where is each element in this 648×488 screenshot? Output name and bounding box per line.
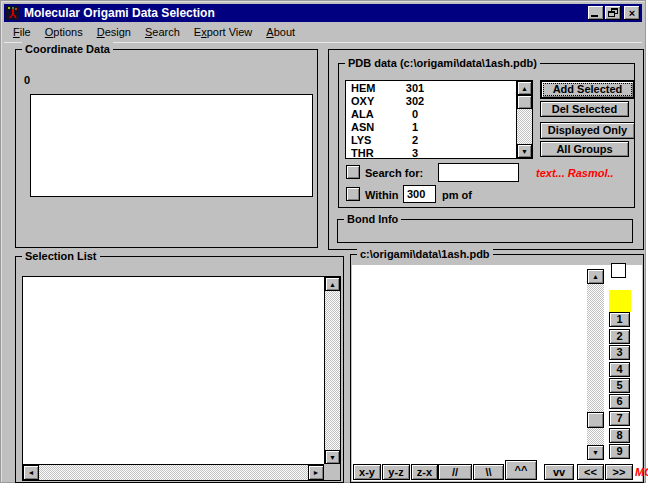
pdb-list-item[interactable]: OXY302 — [346, 95, 515, 108]
arrow-down-icon: ▼ — [329, 454, 336, 461]
canvas-v-scrollbar[interactable]: ▲ ▼ — [587, 269, 604, 460]
pdb-list[interactable]: HEM301 OXY302 ALA0 ASN1 LYS2 THR3 ▲ ▼ — [345, 80, 533, 159]
pdb-list-item[interactable]: ASN1 — [346, 121, 515, 134]
within-label: Within — [365, 189, 399, 202]
rotate-cw-button[interactable]: // — [438, 464, 472, 480]
pan-left-button[interactable]: << — [577, 464, 604, 480]
arrow-up-icon: ▲ — [592, 273, 599, 280]
within-suffix-label: pm of — [442, 189, 472, 202]
scroll-down-button[interactable]: ▼ — [587, 445, 604, 460]
coordinate-count: 0 — [24, 74, 30, 87]
pdb-list-item[interactable]: ALA0 — [346, 108, 515, 121]
scroll-down-button[interactable]: ▼ — [325, 450, 340, 464]
group-button-4[interactable]: 4 — [609, 362, 630, 377]
scrollbar-thumb[interactable] — [587, 412, 604, 428]
molecule-view-group: c:\origami\data\1ash.pdb ▲ ▼ 1 2 3 4 5 6… — [350, 254, 644, 483]
menu-file[interactable]: File — [6, 24, 38, 40]
display-checkbox[interactable] — [611, 263, 626, 278]
pan-up-button[interactable]: ^^ — [505, 460, 537, 480]
group-button-7[interactable]: 7 — [609, 411, 630, 426]
coordinate-data-group: Coordinate Data 0 — [15, 49, 318, 248]
pdb-list-item[interactable]: HEM301 — [346, 82, 515, 95]
scroll-left-button[interactable]: ◄ — [23, 465, 39, 480]
group-button-8[interactable]: 8 — [609, 428, 630, 443]
all-groups-button[interactable]: All Groups — [540, 141, 629, 157]
scroll-up-button[interactable]: ▲ — [325, 277, 340, 291]
group-button-9[interactable]: 9 — [609, 444, 630, 459]
within-checkbox[interactable] — [346, 187, 360, 201]
view-zx-button[interactable]: z-x — [411, 464, 438, 480]
text-rasmol-links[interactable]: text... Rasmol.. — [536, 167, 614, 179]
scroll-right-button[interactable]: ► — [308, 465, 324, 480]
coordinate-data-list[interactable] — [30, 94, 313, 197]
group-button-1[interactable]: 1 — [609, 312, 630, 327]
mo-link[interactable]: MO... — [635, 466, 648, 478]
group-button-2[interactable]: 2 — [609, 329, 630, 344]
search-input[interactable] — [438, 163, 519, 182]
pdb-list-scrollbar[interactable]: ▲ ▼ — [516, 81, 532, 158]
view-xy-button[interactable]: x-y — [353, 464, 381, 480]
rotate-ccw-button[interactable]: \\ — [473, 464, 504, 480]
menu-export-view[interactable]: Export View — [187, 24, 260, 40]
close-icon: × — [629, 8, 635, 19]
scroll-down-button[interactable]: ▼ — [517, 144, 532, 158]
minimize-button[interactable] — [588, 6, 604, 20]
minimize-icon — [591, 15, 598, 17]
arrow-up-icon: ▲ — [329, 281, 336, 288]
scrollbar-corner — [324, 464, 340, 480]
scroll-up-button[interactable]: ▲ — [517, 81, 532, 95]
restore-button[interactable] — [605, 6, 621, 20]
add-selected-button[interactable]: Add Selected — [540, 80, 635, 99]
pan-down-button[interactable]: vv — [544, 464, 574, 480]
title-bar: Molecular Origami Data Selection × — [4, 4, 642, 22]
arrow-right-icon: ► — [313, 469, 320, 476]
view-yz-button[interactable]: y-z — [382, 464, 410, 480]
color-marker[interactable] — [609, 290, 631, 312]
group-button-5[interactable]: 5 — [609, 378, 630, 393]
selection-list-title: Selection List — [22, 249, 100, 264]
del-selected-button[interactable]: Del Selected — [540, 101, 629, 117]
pdb-data-group: PDB data (c:\origami\data\1ash.pdb) HEM3… — [338, 63, 635, 208]
bond-info-title: Bond Info — [344, 212, 401, 227]
scroll-up-button[interactable]: ▲ — [587, 269, 604, 284]
search-checkbox[interactable] — [346, 165, 360, 179]
bond-info-group: Bond Info — [337, 219, 633, 243]
app-icon — [6, 6, 20, 20]
arrow-up-icon: ▲ — [521, 85, 528, 92]
app-window: Molecular Origami Data Selection × File … — [0, 0, 646, 483]
scrollbar-thumb[interactable] — [517, 95, 532, 109]
group-button-6[interactable]: 6 — [609, 394, 630, 409]
menu-design[interactable]: Design — [90, 24, 138, 40]
pdb-data-title: PDB data (c:\origami\data\1ash.pdb) — [345, 56, 540, 71]
menu-about[interactable]: About — [259, 24, 302, 40]
group-button-3[interactable]: 3 — [609, 345, 630, 360]
coordinate-data-title: Coordinate Data — [22, 42, 113, 57]
close-button[interactable]: × — [624, 6, 640, 20]
menu-options[interactable]: Options — [38, 24, 90, 40]
within-distance-input[interactable] — [403, 185, 436, 203]
pdb-list-item[interactable]: THR3 — [346, 147, 515, 160]
search-label: Search for: — [365, 167, 423, 180]
arrow-left-icon: ◄ — [28, 469, 35, 476]
window-title: Molecular Origami Data Selection — [24, 6, 215, 20]
displayed-only-button[interactable]: Displayed Only — [540, 122, 635, 139]
menu-bar: File Options Design Search Export View A… — [4, 22, 642, 43]
selection-list[interactable]: ▲ ▼ ◄ ► — [22, 276, 341, 481]
arrow-down-icon: ▼ — [592, 449, 599, 456]
pan-right-button[interactable]: >> — [605, 464, 633, 480]
menu-search[interactable]: Search — [138, 24, 187, 40]
molecule-view-title: c:\origami\data\1ash.pdb — [357, 247, 493, 262]
selection-list-group: Selection List ▲ ▼ ◄ ► — [15, 256, 344, 483]
selection-h-scrollbar[interactable]: ◄ ► — [23, 464, 324, 480]
arrow-down-icon: ▼ — [521, 148, 528, 155]
pdb-list-item[interactable]: LYS2 — [346, 134, 515, 147]
selection-v-scrollbar[interactable]: ▲ ▼ — [324, 277, 340, 464]
